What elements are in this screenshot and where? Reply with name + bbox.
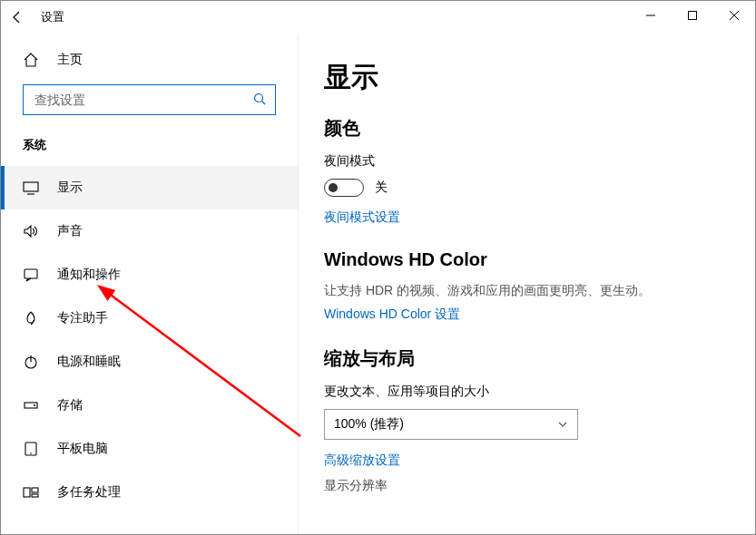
home-icon [23, 52, 39, 68]
section-color: 颜色 [324, 116, 730, 141]
sidebar-group-label: 系统 [1, 128, 298, 166]
search-icon [253, 92, 266, 108]
maximize-button[interactable] [672, 1, 713, 30]
sidebar-item-label: 声音 [57, 223, 83, 239]
night-mode-settings-link[interactable]: 夜间模式设置 [324, 209, 730, 226]
sidebar-item-label: 电源和睡眠 [57, 354, 121, 370]
power-icon [23, 354, 39, 370]
scale-label: 更改文本、应用等项目的大小 [324, 384, 730, 400]
svg-point-12 [30, 452, 32, 454]
sidebar: 主页 系统 显示 声音 通知和操作 专注助手 [1, 34, 299, 534]
sidebar-item-storage[interactable]: 存储 [1, 384, 298, 427]
home-link[interactable]: 主页 [1, 43, 298, 77]
page-title: 显示 [324, 59, 730, 96]
close-button[interactable] [713, 1, 755, 30]
hd-desc: 让支持 HDR 的视频、游戏和应用的画面更明亮、更生动。 [324, 283, 730, 299]
sidebar-item-multitask[interactable]: 多任务处理 [1, 471, 298, 514]
sidebar-item-label: 存储 [57, 397, 83, 413]
window-controls [630, 1, 755, 30]
night-mode-state: 关 [375, 180, 388, 196]
svg-point-2 [255, 93, 263, 102]
multitask-icon [23, 484, 39, 501]
sidebar-item-label: 多任务处理 [57, 484, 121, 501]
back-button[interactable] [1, 1, 34, 34]
scale-value: 100% (推荐) [334, 416, 404, 433]
svg-rect-15 [32, 494, 38, 497]
scale-dropdown[interactable]: 100% (推荐) [324, 409, 578, 440]
notifications-icon [23, 267, 39, 283]
sidebar-item-display[interactable]: 显示 [1, 166, 298, 209]
sidebar-item-label: 通知和操作 [57, 267, 121, 283]
back-icon [10, 10, 25, 24]
sidebar-item-label: 专注助手 [57, 310, 108, 326]
home-label: 主页 [57, 52, 83, 68]
sidebar-item-tablet[interactable]: 平板电脑 [1, 427, 298, 471]
resolution-label: 显示分辨率 [324, 478, 730, 494]
svg-line-3 [262, 101, 266, 104]
focus-icon [23, 310, 39, 326]
svg-rect-1 [689, 12, 697, 20]
storage-icon [23, 397, 39, 413]
content-pane: 显示 颜色 夜间模式 关 夜间模式设置 Windows HD Color 让支持… [299, 34, 755, 534]
section-scale: 缩放与布局 [324, 346, 730, 371]
advanced-scale-link[interactable]: 高级缩放设置 [324, 452, 730, 469]
svg-rect-13 [24, 488, 30, 497]
display-icon [23, 180, 39, 196]
svg-point-10 [34, 404, 35, 406]
search-input[interactable] [33, 92, 253, 108]
search-input-wrapper[interactable] [23, 84, 276, 115]
tablet-icon [23, 441, 39, 457]
svg-rect-4 [24, 182, 38, 191]
window-title: 设置 [34, 9, 64, 25]
chevron-down-icon [557, 419, 568, 430]
svg-rect-6 [25, 269, 37, 278]
hd-settings-link[interactable]: Windows HD Color 设置 [324, 306, 730, 323]
sidebar-item-label: 显示 [57, 180, 83, 196]
minimize-button[interactable] [630, 1, 672, 30]
night-mode-toggle[interactable] [324, 179, 364, 197]
sidebar-item-power[interactable]: 电源和睡眠 [1, 340, 298, 384]
svg-rect-14 [32, 488, 38, 492]
sidebar-item-label: 平板电脑 [57, 441, 108, 457]
titlebar: 设置 [1, 1, 755, 34]
section-hd: Windows HD Color [324, 249, 730, 270]
minimize-icon [646, 11, 655, 20]
close-icon [730, 11, 739, 20]
sidebar-item-sound[interactable]: 声音 [1, 209, 298, 253]
maximize-icon [688, 11, 697, 20]
sound-icon [23, 223, 39, 239]
night-mode-label: 夜间模式 [324, 153, 730, 170]
sidebar-item-focus[interactable]: 专注助手 [1, 297, 298, 340]
sidebar-item-notifications[interactable]: 通知和操作 [1, 253, 298, 297]
